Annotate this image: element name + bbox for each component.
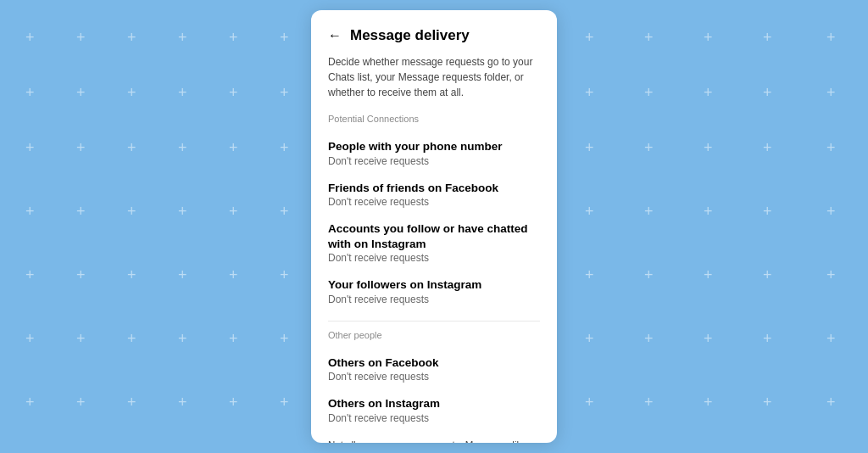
decorative-plus: +	[25, 85, 35, 100]
decorative-plus: +	[25, 331, 35, 346]
decorative-plus: +	[585, 394, 594, 410]
item-subtitle: Don't receive requests	[328, 412, 540, 424]
decorative-plus: +	[280, 204, 289, 219]
decorative-plus: +	[178, 85, 187, 100]
decorative-plus: +	[644, 140, 654, 155]
list-item[interactable]: Others on Facebook Don't receive request…	[328, 349, 540, 390]
decorative-plus: +	[585, 331, 594, 346]
decorative-plus: +	[280, 85, 289, 100]
item-subtitle: Don't receive requests	[328, 252, 540, 264]
card-description: Decide whether message requests go to yo…	[328, 54, 540, 100]
decorative-plus: +	[585, 30, 594, 45]
decorative-plus: +	[76, 85, 86, 100]
decorative-plus: +	[280, 267, 289, 282]
list-item[interactable]: Your followers on Instagram Don't receiv…	[328, 271, 540, 312]
decorative-plus: +	[229, 140, 238, 155]
decorative-plus: +	[280, 140, 289, 155]
decorative-plus: +	[25, 267, 35, 282]
decorative-plus: +	[763, 394, 772, 410]
item-title: Others on Facebook	[328, 355, 540, 371]
decorative-plus: +	[178, 331, 187, 346]
decorative-plus: +	[127, 204, 136, 219]
item-subtitle: Don't receive requests	[328, 294, 540, 305]
item-title: Your followers on Instagram	[328, 277, 540, 293]
decorative-plus: +	[178, 267, 187, 282]
decorative-plus: +	[763, 30, 772, 45]
decorative-plus: +	[229, 85, 238, 100]
potential-connections-label: Potential Connections	[328, 114, 540, 124]
decorative-plus: +	[178, 394, 187, 410]
decorative-plus: +	[826, 394, 836, 410]
decorative-plus: +	[280, 30, 289, 45]
back-button[interactable]: ←	[328, 28, 342, 43]
decorative-plus: +	[644, 30, 654, 45]
item-subtitle: Don't receive requests	[328, 371, 540, 383]
list-item[interactable]: Accounts you follow or have chatted with…	[328, 215, 540, 271]
decorative-plus: +	[763, 140, 772, 155]
decorative-plus: +	[704, 267, 713, 282]
decorative-plus: +	[826, 204, 836, 219]
decorative-plus: +	[25, 204, 35, 219]
decorative-plus: +	[178, 30, 187, 45]
decorative-plus: +	[127, 85, 136, 100]
decorative-plus: +	[76, 394, 86, 410]
decorative-plus: +	[644, 204, 654, 219]
decorative-plus: +	[229, 204, 238, 219]
item-subtitle: Don't receive requests	[328, 155, 540, 167]
decorative-plus: +	[826, 140, 836, 155]
list-item[interactable]: Friends of friends on Facebook Don't rec…	[328, 174, 540, 215]
decorative-plus: +	[704, 394, 713, 410]
list-item[interactable]: People with your phone number Don't rece…	[328, 132, 540, 174]
item-subtitle: Don't receive requests	[328, 196, 540, 208]
decorative-plus: +	[585, 140, 594, 155]
other-people-section: Other people Others on Facebook Don't re…	[328, 330, 540, 431]
decorative-plus: +	[704, 331, 713, 346]
item-title: Friends of friends on Facebook	[328, 181, 540, 196]
decorative-plus: +	[229, 267, 238, 282]
page-title: Message delivery	[350, 27, 470, 44]
message-delivery-card: ← Message delivery Decide whether messag…	[311, 10, 557, 443]
decorative-plus: +	[763, 85, 772, 100]
decorative-plus: +	[76, 267, 86, 282]
decorative-plus: +	[229, 30, 238, 45]
decorative-plus: +	[76, 331, 86, 346]
decorative-plus: +	[127, 30, 136, 45]
decorative-plus: +	[25, 140, 35, 155]
decorative-plus: +	[644, 85, 654, 100]
decorative-plus: +	[644, 331, 654, 346]
footer-text: Not all messages are requests. Messages …	[328, 438, 540, 443]
card-header: ← Message delivery	[328, 27, 540, 44]
section-divider	[328, 321, 540, 322]
decorative-plus: +	[127, 140, 136, 155]
decorative-plus: +	[76, 140, 86, 155]
decorative-plus: +	[127, 331, 136, 346]
decorative-plus: +	[704, 30, 713, 45]
decorative-plus: +	[76, 30, 86, 45]
other-people-label: Other people	[328, 330, 540, 340]
decorative-plus: +	[826, 85, 836, 100]
decorative-plus: +	[25, 394, 35, 410]
decorative-plus: +	[178, 204, 187, 219]
decorative-plus: +	[280, 331, 289, 346]
decorative-plus: +	[25, 30, 35, 45]
decorative-plus: +	[704, 140, 713, 155]
decorative-plus: +	[644, 394, 654, 410]
decorative-plus: +	[76, 204, 86, 219]
decorative-plus: +	[704, 85, 713, 100]
decorative-plus: +	[644, 267, 654, 282]
decorative-plus: +	[763, 331, 772, 346]
decorative-plus: +	[704, 204, 713, 219]
decorative-plus: +	[763, 204, 772, 219]
item-title: Others on Instagram	[328, 396, 540, 411]
decorative-plus: +	[127, 394, 136, 410]
decorative-plus: +	[280, 394, 289, 410]
decorative-plus: +	[585, 204, 594, 219]
decorative-plus: +	[229, 394, 238, 410]
decorative-plus: +	[826, 331, 836, 346]
decorative-plus: +	[127, 267, 136, 282]
item-title: People with your phone number	[328, 139, 540, 154]
item-title: Accounts you follow or have chatted with…	[328, 221, 540, 251]
decorative-plus: +	[826, 30, 836, 45]
list-item[interactable]: Others on Instagram Don't receive reques…	[328, 389, 540, 431]
decorative-plus: +	[585, 85, 594, 100]
